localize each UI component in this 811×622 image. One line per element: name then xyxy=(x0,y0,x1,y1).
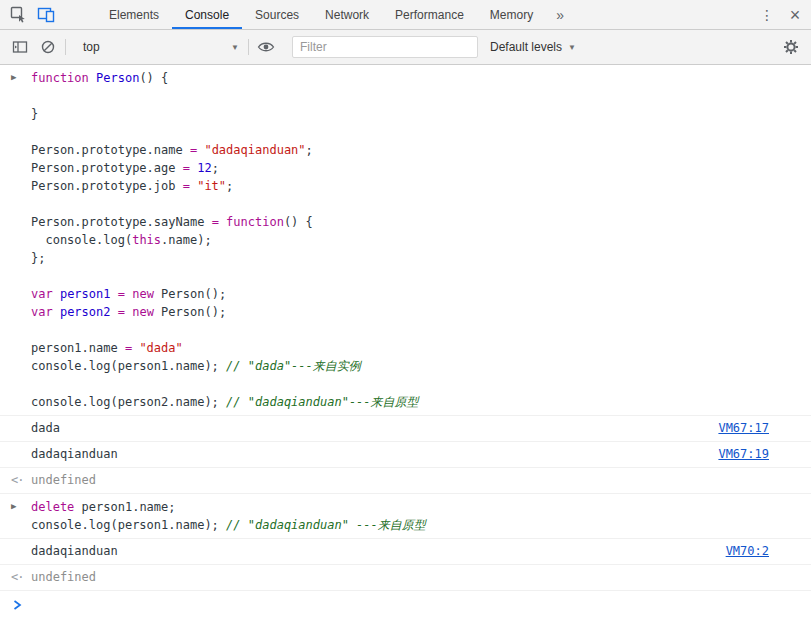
console-sidebar-toggle-button[interactable] xyxy=(6,34,34,60)
tab-memory[interactable]: Memory xyxy=(477,0,546,29)
devtools-menu-button[interactable]: ⋮ xyxy=(753,0,781,29)
tab-strip: ElementsConsoleSourcesNetworkPerformance… xyxy=(96,0,546,29)
gear-icon xyxy=(783,39,799,55)
code-token: = xyxy=(118,305,132,319)
code-token xyxy=(111,305,118,319)
console-input-row: ▶delete person1.name;console.log(person1… xyxy=(0,494,811,539)
code-token: person1 xyxy=(60,287,111,301)
console-log-text: dada xyxy=(31,420,60,437)
return-value-icon: <· xyxy=(11,570,23,584)
code-line: console.log(person1.name); // "dada"---来… xyxy=(31,357,769,375)
code-line xyxy=(31,195,769,213)
toggle-device-toolbar-button[interactable] xyxy=(32,0,60,29)
code-line xyxy=(31,321,769,339)
clear-console-button[interactable] xyxy=(34,34,62,60)
code-token: new xyxy=(132,287,154,301)
code-line: }; xyxy=(31,249,769,267)
code-token: () { xyxy=(284,215,313,229)
live-expression-button[interactable] xyxy=(252,34,280,60)
code-line: Person.prototype.job = "it"; xyxy=(31,177,769,195)
code-line xyxy=(31,123,769,141)
levels-label: Default levels xyxy=(490,40,562,54)
code-token: Person.prototype.age xyxy=(31,161,183,175)
code-token xyxy=(53,287,60,301)
expand-triangle-icon[interactable]: ▶ xyxy=(11,72,16,82)
console-log-row: dadaqianduanVM70:2 xyxy=(0,539,811,565)
code-token: var xyxy=(31,287,53,301)
code-token: new xyxy=(132,305,154,319)
chevron-down-icon: ▼ xyxy=(231,43,239,52)
code-token: "it" xyxy=(197,179,226,193)
code-token: // "dadaqianduan" ---来自原型 xyxy=(226,518,426,532)
code-token: }; xyxy=(31,251,45,265)
source-location-link[interactable]: VM67:17 xyxy=(718,420,769,437)
code-line: } xyxy=(31,105,769,123)
code-token: Person(); xyxy=(154,305,226,319)
more-tabs-button[interactable]: » xyxy=(546,0,574,29)
console-sidebar-icon xyxy=(12,39,28,55)
chevron-double-right-icon: » xyxy=(556,7,564,23)
inspect-cursor-icon xyxy=(10,6,27,23)
expand-triangle-icon[interactable]: ▶ xyxy=(11,501,16,511)
code-token: person2 xyxy=(60,305,111,319)
source-location-link[interactable]: VM67:19 xyxy=(718,446,769,463)
code-token: 12 xyxy=(197,161,211,175)
code-token: = xyxy=(183,179,197,193)
code-line: delete person1.name; xyxy=(31,498,769,516)
console-log-row: dadaqianduanVM67:19 xyxy=(0,442,811,468)
code-token xyxy=(53,305,60,319)
code-token: Person.prototype.name xyxy=(31,143,190,157)
code-token: delete xyxy=(31,500,74,514)
close-icon: × xyxy=(790,6,801,24)
code-line: var person1 = new Person(); xyxy=(31,285,769,303)
code-token: Person(); xyxy=(154,287,226,301)
tab-sources[interactable]: Sources xyxy=(242,0,312,29)
tab-console[interactable]: Console xyxy=(172,0,242,29)
code-token: this xyxy=(132,233,161,247)
code-token: = xyxy=(190,143,204,157)
code-line xyxy=(31,375,769,393)
code-token: // "dadaqianduan"---来自原型 xyxy=(226,395,419,409)
devtools-window: ElementsConsoleSourcesNetworkPerformance… xyxy=(0,0,811,622)
code-token xyxy=(89,71,96,85)
code-line xyxy=(31,267,769,285)
kebab-icon: ⋮ xyxy=(760,8,774,22)
header-right-controls: ⋮ × xyxy=(753,0,811,29)
code-line: Person.prototype.sayName = function() { xyxy=(31,213,769,231)
code-token: "dada" xyxy=(139,341,182,355)
code-token: } xyxy=(31,107,38,121)
code-token: console.log(person2.name); xyxy=(31,395,226,409)
console-result-text: undefined xyxy=(31,473,96,487)
console-prompt[interactable] xyxy=(0,591,811,621)
code-token: () { xyxy=(139,71,168,85)
context-label: top xyxy=(83,40,100,54)
console-messages: ▶function Person() {}Person.prototype.na… xyxy=(0,65,811,591)
console-panel: ▶function Person() {}Person.prototype.na… xyxy=(0,65,811,622)
inspect-element-button[interactable] xyxy=(4,0,32,29)
console-filter-input[interactable] xyxy=(292,36,478,58)
eye-icon xyxy=(257,39,275,55)
chevron-down-icon: ▼ xyxy=(568,43,576,52)
code-line xyxy=(31,87,769,105)
tab-network[interactable]: Network xyxy=(312,0,382,29)
console-settings-button[interactable] xyxy=(777,34,805,60)
code-line: console.log(person2.name); // "dadaqiand… xyxy=(31,393,769,411)
code-token: console.log(person1.name); xyxy=(31,359,226,373)
tab-elements[interactable]: Elements xyxy=(96,0,172,29)
source-location-link[interactable]: VM70:2 xyxy=(726,543,769,560)
close-devtools-button[interactable]: × xyxy=(781,0,809,29)
log-levels-selector[interactable]: Default levels ▼ xyxy=(490,40,576,54)
code-token: ; xyxy=(212,161,219,175)
code-token: = xyxy=(118,287,132,301)
tab-performance[interactable]: Performance xyxy=(382,0,477,29)
javascript-context-selector[interactable]: top ▼ xyxy=(69,35,245,59)
code-token xyxy=(111,287,118,301)
console-input-row: ▶function Person() {}Person.prototype.na… xyxy=(0,65,811,416)
device-toolbar-icon xyxy=(37,6,55,23)
prompt-chevron-icon xyxy=(11,599,23,611)
code-token: Person xyxy=(96,71,139,85)
code-line: person1.name = "dada" xyxy=(31,339,769,357)
devtools-main-toolbar: ElementsConsoleSourcesNetworkPerformance… xyxy=(0,0,811,30)
console-result-row: <·undefined xyxy=(0,468,811,494)
code-token: var xyxy=(31,305,53,319)
